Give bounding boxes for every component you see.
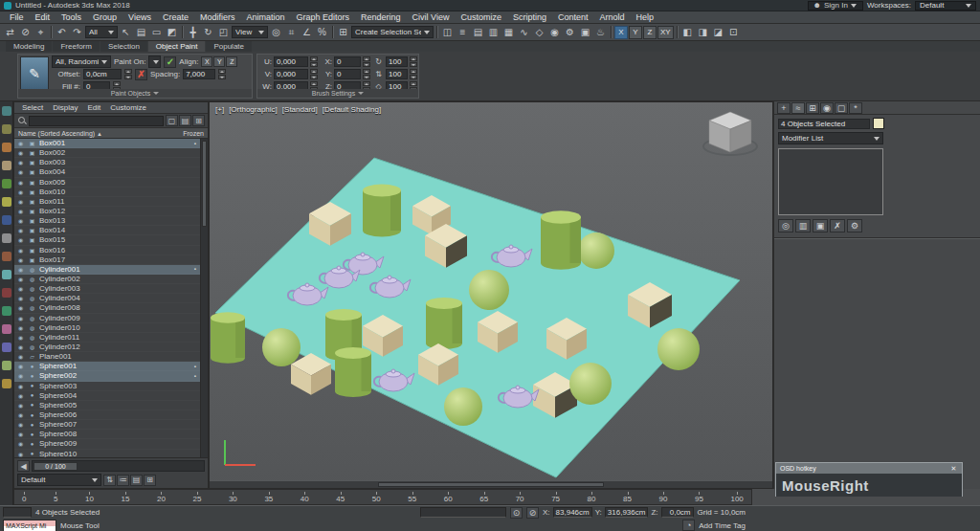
explorer-config-icon[interactable]: ⊞	[192, 115, 205, 126]
explorer-menu-customize[interactable]: Customize	[106, 103, 150, 112]
brush-scale-0-field[interactable]: 100	[386, 56, 408, 67]
left-toolbar-icon-1[interactable]	[2, 124, 11, 134]
configure-modifier-sets-icon[interactable]: ⚙	[847, 219, 862, 232]
layer-select[interactable]: Default	[17, 474, 101, 486]
unlink-selection-icon[interactable]: ⊘	[18, 25, 33, 39]
scrollbar-thumb[interactable]	[202, 141, 207, 227]
viewport-label-1[interactable]: [Orthographic]	[229, 105, 278, 114]
menu-modifiers[interactable]: Modifiers	[194, 12, 241, 22]
menu-file[interactable]: File	[4, 12, 30, 22]
object-row-sphere001[interactable]: ◉●Sphere001▪	[14, 362, 200, 371]
object-row-sphere008[interactable]: ◉●Sphere008	[14, 430, 200, 439]
select-and-scale-icon[interactable]: ◰	[216, 25, 231, 39]
rendered-frame-window-icon[interactable]: ▣	[578, 25, 592, 39]
spin-up-icon[interactable]	[410, 69, 417, 74]
menu-customize[interactable]: Customize	[455, 12, 507, 22]
menu-edit[interactable]: Edit	[30, 12, 56, 22]
object-row-box016[interactable]: ◉▣Box016	[14, 246, 200, 255]
eye-icon[interactable]: ◉	[16, 353, 25, 360]
spin-down-icon[interactable]	[363, 75, 370, 79]
make-unique-icon[interactable]: ▣	[813, 219, 828, 232]
object-row-box003[interactable]: ◉▣Box003	[14, 158, 200, 167]
offset-spinner[interactable]	[124, 69, 132, 79]
eye-icon[interactable]: ◉	[16, 247, 25, 254]
toggle-layer-explorer-icon[interactable]: ▥	[486, 25, 501, 39]
brush-xyz-0-field[interactable]: 0	[334, 56, 361, 67]
particle-view-icon[interactable]: ◨	[696, 25, 710, 39]
spin-down-icon[interactable]	[310, 62, 318, 67]
spin-up-icon[interactable]	[410, 56, 417, 61]
eye-icon[interactable]: ◉	[16, 149, 25, 156]
constraint-y-button[interactable]: Y	[629, 26, 642, 39]
paint-fill-select[interactable]: All, Randomiz	[52, 55, 111, 68]
explorer-menu-select[interactable]: Select	[18, 103, 47, 112]
material-editor-icon[interactable]: ◉	[547, 25, 562, 39]
paint-objects-caption[interactable]: Paint Objects	[18, 89, 252, 98]
track-bar[interactable]: 0510152025303540455055606570758085909510…	[13, 489, 752, 505]
object-row-box014[interactable]: ◉▣Box014	[14, 226, 200, 235]
left-toolbar-icon-12[interactable]	[2, 324, 11, 334]
render-production-icon[interactable]: ♨	[593, 25, 608, 39]
object-row-box001[interactable]: ◉▣Box001▪	[14, 139, 200, 148]
brush-scale-1-field[interactable]: 100	[386, 69, 408, 79]
object-row-sphere010[interactable]: ◉●Sphere010	[14, 450, 200, 458]
left-toolbar-icon-0[interactable]	[2, 106, 11, 116]
spin-up-icon[interactable]	[410, 81, 417, 86]
menu-views[interactable]: Views	[122, 12, 157, 22]
brush-uvw-1-field[interactable]: 0,000	[274, 69, 308, 79]
viewport-label-2[interactable]: [Standard]	[282, 105, 318, 114]
spacing-field[interactable]: 7,000	[183, 69, 215, 79]
select-object-icon[interactable]: ↖	[119, 25, 133, 39]
eye-icon[interactable]: ◉	[16, 392, 25, 399]
viewport-label-0[interactable]: [+]	[215, 105, 224, 114]
left-toolbar-icon-7[interactable]	[2, 233, 11, 243]
explorer-search-input[interactable]	[29, 116, 164, 126]
create-tab-icon[interactable]: +	[777, 102, 791, 114]
osd-title-bar[interactable]: OSD hotkey ✕	[776, 463, 962, 474]
object-row-box013[interactable]: ◉▣Box013	[14, 216, 200, 226]
brush-uvw-1-spinner[interactable]	[310, 69, 318, 79]
pin-stack-icon[interactable]: ◎	[778, 219, 793, 232]
angle-snap-icon[interactable]: ∠	[300, 25, 314, 39]
menu-animation[interactable]: Animation	[240, 12, 290, 22]
object-row-cylinder011[interactable]: ◉◍Cylinder011	[14, 333, 200, 343]
align-icon[interactable]: ≡	[456, 25, 470, 39]
left-toolbar-icon-11[interactable]	[2, 306, 11, 316]
close-icon[interactable]: ✕	[949, 464, 958, 473]
left-toolbar-icon-15[interactable]	[2, 379, 11, 388]
eye-icon[interactable]: ◉	[16, 295, 25, 301]
explorer-display-icon[interactable]: ▤	[179, 115, 191, 126]
time-slider-track[interactable]: 0 / 100	[32, 460, 205, 472]
eye-icon[interactable]: ◉	[16, 188, 25, 195]
named-selection-sets-select[interactable]: Create Selection Se	[351, 26, 434, 38]
spin-up-icon[interactable]	[310, 81, 318, 86]
spacing-spinner[interactable]	[218, 69, 226, 79]
object-row-cylinder010[interactable]: ◉◍Cylinder010	[14, 323, 200, 333]
eye-icon[interactable]: ◉	[16, 159, 25, 166]
left-toolbar-icon-8[interactable]	[2, 252, 11, 261]
left-toolbar-icon-9[interactable]	[2, 270, 11, 279]
object-row-cylinder008[interactable]: ◉◍Cylinder008	[14, 303, 200, 313]
menu-tools[interactable]: Tools	[56, 12, 87, 22]
viewport-scrollbar-thumb[interactable]	[378, 482, 603, 487]
maxscript-mini-listener[interactable]: MAXScript Mi	[3, 520, 56, 531]
object-row-cylinder012[interactable]: ◉◍Cylinder012	[14, 343, 200, 352]
constraint-x-button[interactable]: X	[614, 26, 628, 39]
render-setup-icon[interactable]: ⚙	[563, 25, 577, 39]
menu-arnold[interactable]: Arnold	[593, 12, 630, 22]
rectangular-selection-region-icon[interactable]: ▭	[149, 25, 164, 39]
explorer-grid-mode-icon[interactable]: ⊞	[144, 475, 156, 486]
coord-field-0[interactable]: 83,946cm	[553, 507, 592, 518]
modifier-list-select[interactable]: Modifier List	[778, 132, 883, 144]
object-row-box015[interactable]: ◉▣Box015	[14, 235, 200, 245]
eye-icon[interactable]: ◉	[16, 285, 25, 292]
ribbon-tab-populate[interactable]: Populate	[206, 41, 252, 52]
brush-xyz-1-spinner[interactable]	[363, 69, 370, 79]
utilities-tab-icon[interactable]: *	[849, 102, 862, 114]
select-and-link-icon[interactable]: ⇄	[3, 25, 17, 39]
select-and-rotate-icon[interactable]: ↻	[201, 25, 215, 39]
snaps-toggle-icon[interactable]: ⌗	[284, 25, 299, 39]
reference-coordinate-select[interactable]: View	[232, 26, 268, 38]
explorer-select-none-icon[interactable]: ▢	[166, 115, 178, 126]
coord-field-1[interactable]: 316,936cm	[605, 507, 649, 518]
